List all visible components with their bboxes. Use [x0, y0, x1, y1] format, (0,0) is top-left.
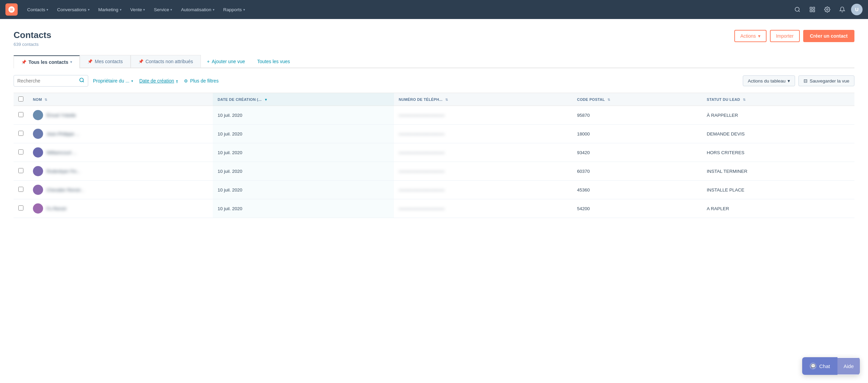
add-view-button[interactable]: + Ajouter une vue	[201, 55, 251, 68]
nav-item-automatisation[interactable]: Automatisation▾	[177, 5, 218, 14]
contact-name-cell-4: Chevalier Renoir...	[28, 181, 213, 199]
filter-row: Propriétaire du ... ▾ Date de création ▾…	[14, 75, 854, 87]
tab-label: Mes contacts	[95, 59, 122, 64]
nav-item-rapports[interactable]: Rapports▾	[219, 5, 249, 14]
owner-filter-button[interactable]: Propriétaire du ... ▾	[92, 76, 134, 86]
nav-label: Rapports	[223, 7, 242, 12]
select-all-header[interactable]	[14, 93, 28, 106]
nav-label: Marketing	[98, 7, 118, 12]
more-filters-label: Plus de filtres	[190, 78, 219, 84]
svg-rect-2	[813, 7, 815, 9]
table-row: Jean-Philippe ... 10 juil. 2020 ————————…	[14, 125, 854, 143]
tab-tous-les-contacts[interactable]: 📌 Tous les contacts ▾	[14, 55, 80, 68]
chevron-down-icon: ▾	[170, 8, 172, 12]
chevron-down-icon: ▾	[70, 60, 72, 64]
contact-avatar-3	[33, 166, 43, 176]
table-actions-button[interactable]: Actions du tableau ▾	[743, 75, 795, 86]
contact-avatar-4	[33, 185, 43, 195]
hubspot-logo[interactable]	[5, 3, 18, 16]
page-subtitle: 639 contacts	[14, 42, 51, 47]
page-header: Contacts 639 contacts Actions ▾ Importer…	[14, 30, 854, 47]
page-actions: Actions ▾ Importer Créer un contact	[734, 30, 854, 42]
save-view-button[interactable]: ⊟ Sauvegarder la vue	[798, 75, 854, 86]
contact-name-cell-3: Rodenbyer Fin...	[28, 162, 213, 181]
search-box[interactable]	[14, 75, 88, 87]
sort-icon[interactable]: ⇅	[44, 98, 47, 102]
row-checkbox-cell[interactable]	[14, 106, 28, 125]
save-icon: ⊟	[804, 78, 808, 84]
row-checkbox-cell[interactable]	[14, 181, 28, 199]
table-row: Chevalier Renoir... 10 juil. 2020 ——————…	[14, 181, 854, 199]
search-icon[interactable]	[791, 3, 804, 16]
contact-date-3: 10 juil. 2020	[213, 162, 394, 181]
date-filter-button[interactable]: Date de création ▾	[138, 76, 179, 86]
row-checkbox-cell[interactable]	[14, 143, 28, 162]
chevron-down-icon: ▾	[243, 8, 245, 12]
nav-item-conversations[interactable]: Conversations▾	[53, 5, 93, 14]
contact-phone-3: ——————————	[394, 162, 572, 181]
contact-name-3[interactable]: Rodenbyer Fin...	[46, 169, 80, 174]
settings-icon[interactable]	[821, 3, 833, 16]
marketplace-icon[interactable]	[806, 3, 818, 16]
contact-name-0[interactable]: Émuel Ynbelle	[46, 113, 76, 118]
row-checkbox-5[interactable]	[18, 205, 23, 211]
nav-item-vente[interactable]: Vente▾	[126, 5, 149, 14]
row-checkbox-cell[interactable]	[14, 199, 28, 218]
contact-name-1[interactable]: Jean-Philippe ...	[46, 131, 79, 136]
tab-mes-contacts[interactable]: 📌 Mes contacts	[80, 55, 130, 68]
contact-avatar-0	[33, 110, 43, 120]
row-checkbox-0[interactable]	[18, 112, 23, 117]
nav-item-marketing[interactable]: Marketing▾	[94, 5, 126, 14]
row-checkbox-2[interactable]	[18, 149, 23, 154]
contact-status-1: DEMANDE DEVIS	[702, 125, 854, 143]
nav-item-contacts[interactable]: Contacts▾	[23, 5, 52, 14]
nav-label: Conversations	[57, 7, 86, 12]
actions-label: Actions	[740, 33, 756, 39]
contact-name-cell-1: Jean-Philippe ...	[28, 125, 213, 143]
notifications-icon[interactable]	[836, 3, 848, 16]
sort-icon[interactable]: ⇅	[445, 98, 448, 102]
chevron-down-icon: ▾	[88, 8, 90, 12]
aide-button[interactable]: Aide	[837, 358, 860, 375]
all-views-link[interactable]: Toutes les vues	[251, 55, 296, 68]
sort-icon[interactable]: ⇅	[607, 98, 610, 102]
more-filters-button[interactable]: ⚙ Plus de filtres	[183, 76, 220, 86]
col-phone: NUMÉRO DE TÉLÉPH... ⇅	[394, 93, 572, 106]
chat-label: Chat	[819, 363, 830, 369]
sort-icon[interactable]: ▼	[264, 98, 268, 102]
contact-name-5[interactable]: Fu Renoir	[46, 206, 67, 211]
chat-button[interactable]: 💬 Chat	[802, 357, 837, 375]
chevron-down-icon: ▾	[176, 79, 178, 83]
row-checkbox-3[interactable]	[18, 168, 23, 173]
row-checkbox-cell[interactable]	[14, 125, 28, 143]
sort-icon[interactable]: ⇅	[743, 98, 746, 102]
save-view-label: Sauvegarder la vue	[810, 78, 849, 84]
page-title: Contacts	[14, 30, 51, 40]
filter-icon: ⚙	[184, 78, 188, 84]
user-avatar[interactable]: U	[851, 4, 863, 15]
creer-contact-button[interactable]: Créer un contact	[803, 30, 854, 42]
nav-item-service[interactable]: Service▾	[150, 5, 176, 14]
row-checkbox-cell[interactable]	[14, 162, 28, 181]
chevron-down-icon: ▾	[758, 33, 760, 39]
contact-date-0: 10 juil. 2020	[213, 106, 394, 125]
tabs-row: 📌 Tous les contacts ▾ 📌 Mes contacts 📌 C…	[14, 55, 854, 68]
contact-date-5: 10 juil. 2020	[213, 199, 394, 218]
svg-rect-1	[810, 7, 812, 9]
contact-status-4: INSTALLE PLACE	[702, 181, 854, 199]
pin-icon: 📌	[88, 59, 93, 64]
row-checkbox-4[interactable]	[18, 187, 23, 192]
actions-button[interactable]: Actions ▾	[734, 30, 767, 42]
tab-contacts-non-attribues[interactable]: 📌 Contacts non attribués	[131, 55, 201, 68]
contact-avatar-5	[33, 203, 43, 214]
row-checkbox-1[interactable]	[18, 131, 23, 136]
select-all-checkbox[interactable]	[18, 96, 23, 102]
nav-label: Service	[154, 7, 169, 12]
contact-status-2: HORS CRITERES	[702, 143, 854, 162]
nav-label: Automatisation	[181, 7, 211, 12]
importer-button[interactable]: Importer	[770, 30, 800, 42]
search-input[interactable]	[17, 78, 77, 84]
contact-name-2[interactable]: Williamcourt ...	[46, 150, 77, 155]
table-row: Williamcourt ... 10 juil. 2020 —————————…	[14, 143, 854, 162]
contact-name-4[interactable]: Chevalier Renoir...	[46, 187, 84, 193]
